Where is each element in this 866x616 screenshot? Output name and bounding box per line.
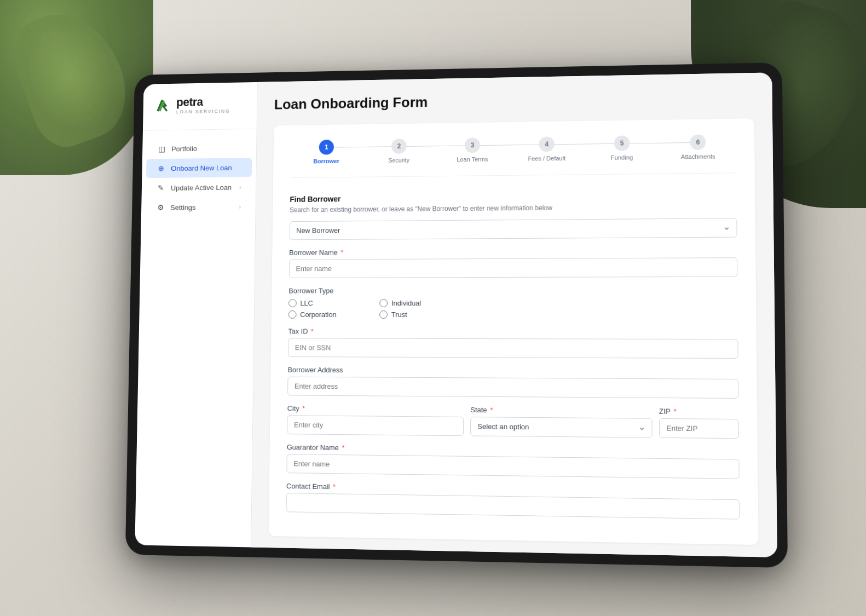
city-state-zip-row: City * State * Select an option: [287, 404, 739, 439]
sidebar-item-settings[interactable]: ⚙ Settings ›: [145, 197, 251, 217]
onboard-icon: ⊕: [157, 164, 166, 173]
borrower-name-group: Borrower Name *: [289, 246, 738, 278]
page-title: Loan Onboarding Form: [274, 88, 754, 113]
contact-email-input[interactable]: [286, 493, 740, 520]
step-6-circle: 6: [690, 135, 706, 150]
address-input[interactable]: [287, 376, 738, 398]
tax-id-required: *: [309, 327, 314, 335]
form-card: 1 Borrower 2 Security 3 Loa: [269, 118, 759, 545]
borrower-type-section: Borrower Type LLC Individual Corporat: [288, 286, 738, 319]
step-5: 5 Funding: [584, 135, 660, 162]
sidebar-item-portfolio-label: Portfolio: [171, 145, 197, 153]
step-2: 2 Security: [362, 138, 436, 164]
settings-chevron-icon: ›: [239, 204, 241, 210]
radio-llc-input[interactable]: [288, 299, 297, 307]
tax-id-group: Tax ID *: [288, 327, 738, 358]
state-select[interactable]: Select an option: [470, 417, 653, 438]
radio-trust-label: Trust: [391, 310, 407, 319]
radio-individual-input[interactable]: [379, 299, 388, 307]
step-3-circle: 3: [465, 137, 480, 153]
settings-icon: ⚙: [156, 203, 165, 212]
logo-sub: LOAN SERVICING: [176, 108, 230, 114]
step-5-circle: 5: [614, 136, 630, 151]
sidebar-item-settings-label: Settings: [170, 203, 196, 211]
step-1-circle: 1: [319, 140, 334, 155]
sidebar: petra LOAN SERVICING ◫ Portfolio ⊕ Onboa…: [135, 82, 257, 548]
find-borrower-desc: Search for an existing borrower, or leav…: [290, 202, 737, 215]
step-2-label: Security: [388, 157, 409, 163]
zip-group: ZIP *: [659, 407, 739, 439]
ipad-screen: petra LOAN SERVICING ◫ Portfolio ⊕ Onboa…: [135, 72, 777, 557]
logo-name: petra: [176, 96, 230, 108]
radio-corporation-input[interactable]: [288, 310, 297, 319]
ipad-frame: petra LOAN SERVICING ◫ Portfolio ⊕ Onboa…: [125, 62, 788, 568]
borrower-name-label: Borrower Name *: [289, 246, 737, 257]
radio-llc[interactable]: LLC: [288, 299, 379, 307]
address-label: Borrower Address: [288, 366, 738, 376]
sidebar-item-portfolio[interactable]: ◫ Portfolio: [147, 138, 252, 158]
step-1: 1 Borrower: [290, 139, 362, 164]
sidebar-nav: ◫ Portfolio ⊕ Onboard New Loan ✎ Update …: [141, 137, 257, 217]
step-5-label: Funding: [611, 154, 633, 160]
sidebar-item-update[interactable]: ✎ Update Active Loan ›: [146, 177, 252, 198]
step-4-label: Fees / Default: [528, 155, 565, 162]
find-borrower-title: Find Borrower: [290, 191, 737, 204]
step-4-circle: 4: [539, 136, 555, 152]
step-1-label: Borrower: [313, 158, 339, 164]
zip-input[interactable]: [659, 418, 739, 439]
radio-individual[interactable]: Individual: [379, 299, 472, 307]
logo-area: petra LOAN SERVICING: [143, 95, 257, 131]
borrower-name-input[interactable]: [289, 257, 738, 278]
city-group: City *: [287, 404, 464, 436]
tax-id-input[interactable]: [288, 338, 738, 359]
radio-trust[interactable]: Trust: [379, 310, 472, 319]
borrower-type-label: Borrower Type: [288, 286, 737, 295]
update-chevron-icon: ›: [239, 184, 241, 190]
step-3: 3 Loan Terms: [436, 137, 510, 163]
main-content: Loan Onboarding Form 1 Borrower 2 Se: [251, 72, 777, 557]
step-6-label: Attachments: [681, 153, 715, 160]
tax-id-label: Tax ID *: [288, 327, 738, 336]
radio-corporation-label: Corporation: [300, 310, 336, 319]
find-borrower-select[interactable]: New Borrower: [290, 218, 737, 240]
find-borrower-select-wrapper: New Borrower: [290, 218, 737, 240]
step-2-circle: 2: [391, 139, 407, 154]
sidebar-item-update-label: Update Active Loan: [171, 183, 232, 192]
sidebar-item-onboard[interactable]: ⊕ Onboard New Loan: [146, 158, 252, 178]
radio-llc-label: LLC: [300, 299, 313, 307]
state-select-wrapper: Select an option: [470, 417, 653, 438]
state-group: State * Select an option: [470, 406, 653, 438]
portfolio-icon: ◫: [157, 145, 166, 153]
logo-mark: petra LOAN SERVICING: [153, 95, 246, 115]
borrower-name-required: *: [339, 248, 344, 256]
guarantor-name-input[interactable]: [286, 454, 739, 479]
stepper: 1 Borrower 2 Security 3 Loa: [290, 134, 737, 178]
state-label: State *: [470, 406, 652, 416]
step-4: 4 Fees / Default: [510, 136, 585, 162]
borrower-type-options: LLC Individual Corporation Trust: [288, 299, 472, 319]
city-label: City *: [287, 404, 464, 414]
step-6: 6 Attachments: [660, 134, 736, 160]
sidebar-item-onboard-label: Onboard New Loan: [171, 164, 232, 172]
petra-logo-icon: [153, 96, 172, 116]
step-3-label: Loan Terms: [457, 156, 488, 163]
find-borrower-group: Find Borrower Search for an existing bor…: [290, 191, 737, 240]
city-input[interactable]: [287, 415, 464, 436]
logo-text: petra LOAN SERVICING: [176, 96, 230, 114]
guarantor-name-group: Guarantor Name *: [286, 443, 739, 479]
zip-label: ZIP *: [659, 407, 739, 416]
address-group: Borrower Address: [287, 366, 738, 399]
radio-trust-input[interactable]: [379, 310, 388, 319]
contact-email-group: Contact Email *: [286, 482, 740, 520]
radio-individual-label: Individual: [391, 299, 421, 307]
update-icon: ✎: [156, 183, 165, 192]
radio-corporation[interactable]: Corporation: [288, 310, 379, 319]
